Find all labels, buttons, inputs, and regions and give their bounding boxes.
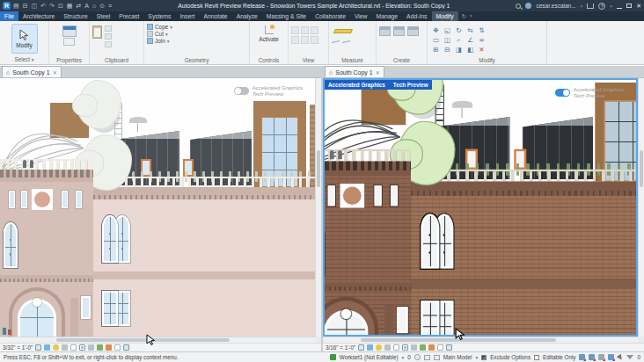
worksharing-settings-icon[interactable] [414,354,421,360]
tab-collaborate[interactable]: Collaborate [311,11,350,21]
user-avatar-icon[interactable] [525,3,531,9]
reveal-hidden-icon[interactable] [97,344,103,351]
exclude-options-checkbox[interactable] [481,355,487,360]
sun-path-icon[interactable] [53,344,59,351]
close-button[interactable]: ✕ [636,3,641,10]
modify-tool-button[interactable]: Modify [11,24,38,54]
ribbon-cycle-icon[interactable]: ↻ [462,11,466,21]
print-icon[interactable]: ⊟ [23,0,28,11]
save-icon[interactable]: ◫ [32,0,38,11]
design-options-icon-1[interactable] [424,355,430,360]
right-view-tab[interactable]: ⌂ South Copy 1 ✕ [325,66,384,77]
tab-manage[interactable]: Manage [372,11,403,21]
filter-icon[interactable] [626,355,633,359]
default-3d-view-icon[interactable]: ⌂ [92,0,96,11]
select-underlay-icon[interactable] [589,354,595,360]
sun-path-icon[interactable] [376,344,382,351]
tab-structure[interactable]: Structure [59,11,92,21]
constraints-icon[interactable] [437,344,443,351]
close-view-icon[interactable]: ✕ [53,69,57,76]
tab-systems[interactable]: Systems [143,11,175,21]
shadows-icon[interactable] [62,344,68,351]
active-workset[interactable]: Workset1 (Not Editable) [340,354,399,360]
crop-view-icon[interactable] [393,344,399,351]
select-pinned-icon[interactable] [598,354,604,360]
undo-icon[interactable]: ↶ [40,0,46,11]
dimension-icon[interactable]: ▦ [67,0,73,11]
active-design-option[interactable]: Main Model [443,354,472,360]
close-view-icon[interactable]: ✕ [376,69,380,76]
minimize-button[interactable] [617,4,622,9]
show-crop-icon[interactable] [402,344,408,351]
tab-insert[interactable]: Insert [175,11,199,21]
constraints-icon[interactable] [114,344,121,351]
temporary-hide-icon[interactable] [411,344,417,351]
shadows-icon[interactable] [384,344,391,351]
show-crop-icon[interactable] [79,344,85,351]
detail-level-icon[interactable] [358,344,364,351]
scale-button[interactable]: 3/32" = 1'-0" [3,344,33,351]
help-icon[interactable]: ? [598,3,605,10]
tab-precast[interactable]: Precast [114,11,143,21]
visual-style-icon[interactable] [367,344,373,351]
help-caret-icon[interactable]: ▾ [610,4,612,9]
toggle-off-icon[interactable] [234,87,249,95]
editing-requests-count[interactable]: 0 [407,354,411,360]
editable-only-checkbox[interactable] [534,355,539,360]
home-icon[interactable]: ⌂ [6,69,10,76]
temporary-hide-icon[interactable] [88,344,94,351]
panel-label-select[interactable]: Select ▾ [0,55,48,64]
accel-graphics-toggle-left[interactable]: Accelerated Graphics Tech Preview [234,85,303,98]
left-drawing-canvas[interactable]: Accelerated Graphics Tech Preview [0,78,315,337]
measure-ruler-icon[interactable] [333,29,353,33]
paste-icon[interactable] [92,25,102,39]
scale-button[interactable]: 3/16" = 1'-0" [326,344,355,351]
tab-massing-site[interactable]: Massing & Site [262,11,311,21]
detail-level-icon[interactable] [35,344,41,351]
accel-graphics-toggle-right[interactable]: Accelerated Graphics Tech Preview [555,87,624,99]
tab-annotate[interactable]: Annotate [199,11,231,21]
user-name[interactable]: cesar.escalan... [536,3,575,9]
view-tools[interactable] [291,24,326,44]
right-vertical-scrollbar[interactable] [638,78,644,337]
reveal-hidden-icon[interactable] [420,344,426,351]
right-horizontal-scrollbar[interactable] [323,337,638,343]
select-links-icon[interactable] [579,354,585,360]
tab-analyze[interactable]: Analyze [232,11,262,21]
store-cart-icon[interactable] [587,4,594,9]
join-button[interactable]: Join▾ [147,38,246,44]
thin-lines-icon[interactable]: ≡ [108,0,112,11]
toggle-on-icon[interactable] [555,89,570,97]
restore-button[interactable] [626,4,632,8]
worksharing-display-icon[interactable] [428,344,435,351]
worksharing-display-icon[interactable] [106,344,112,351]
left-view-tab[interactable]: ⌂ South Copy 1 ✕ [2,66,62,77]
search-icon[interactable] [516,4,521,9]
analytical-model-icon[interactable] [446,344,452,351]
cope-button[interactable]: Cope▾ [147,24,246,30]
revit-logo-icon[interactable]: R [3,2,11,10]
tab-file[interactable]: File [0,11,18,21]
measure-icon[interactable]: ⊡ [58,0,63,11]
redo-icon[interactable]: ↷ [49,0,55,11]
workset-caret-icon[interactable]: ▾ [402,355,405,360]
tag-icon[interactable]: ⇄ [76,0,81,11]
crop-view-icon[interactable] [70,344,77,351]
ribbon-cycle-caret-icon[interactable]: ▾ [470,11,472,21]
design-option-caret-icon[interactable]: ▾ [475,355,478,360]
tab-steel[interactable]: Steel [92,11,115,21]
tab-modify[interactable]: Modify [432,11,458,21]
file-icon[interactable]: ▤ [13,0,19,11]
properties-icon[interactable] [62,25,77,37]
tab-add-ins[interactable]: Add-Ins [402,11,431,21]
section-icon[interactable]: ⊙ [99,0,105,11]
tab-view[interactable]: View [350,11,372,21]
drag-elements-icon[interactable] [617,353,624,360]
activate-controls-icon[interactable] [265,25,274,34]
user-caret-icon[interactable]: ▾ [581,4,583,9]
right-drawing-canvas[interactable]: Accelerated Graphics Tech Preview Accele… [323,78,638,337]
design-options-icon-2[interactable] [434,355,440,360]
tab-architecture[interactable]: Architecture [18,11,59,21]
text-icon[interactable]: A [84,0,89,11]
modify-tools[interactable]: ✥ ◱ ↻ ⇆ ⇅ ▭ ◫ ⌐ ∠ ≍ ⊞ ⊟ ◨ ◧ ✕ [430,24,544,54]
